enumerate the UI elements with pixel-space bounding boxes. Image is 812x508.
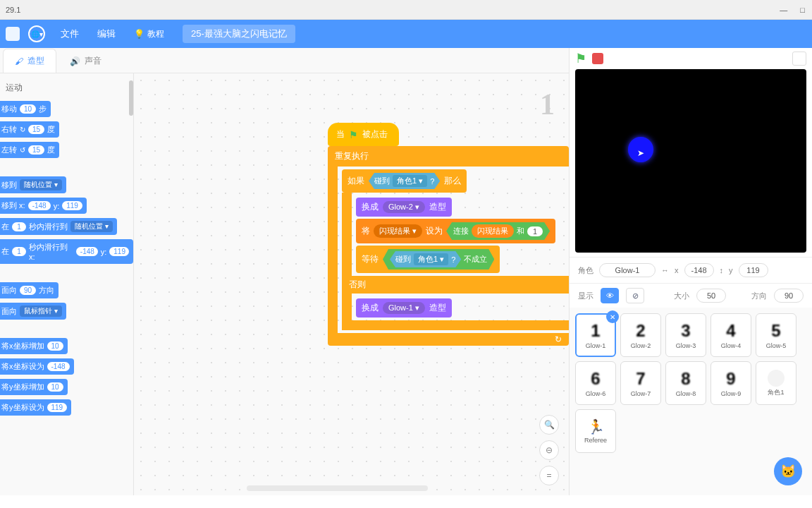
sprite-name-label: 角色	[578, 265, 593, 276]
if-end	[342, 320, 569, 330]
block-point-dir[interactable]: 面向90方向	[0, 282, 59, 298]
loop-arrow-icon: ↻	[555, 334, 562, 344]
add-sprite-button[interactable]: 🐱	[774, 457, 802, 485]
block-wait-until[interactable]: 等待 碰到角色1 ▾?不成立	[356, 246, 500, 273]
sprite-info-panel: 角色 ↔ x ↕ y	[570, 257, 812, 284]
block-move[interactable]: 移动10步	[0, 101, 51, 117]
sprite-watermark: 1	[540, 87, 555, 121]
hat-when-flag[interactable]: 当⚑被点击	[328, 123, 399, 146]
sprite-thumb: 4	[726, 321, 735, 341]
sprite-card-Glow-5[interactable]: 5Glow-5	[756, 313, 796, 357]
block-if[interactable]: 如果 碰到角色1 ▾? 那么	[342, 169, 467, 193]
show-visible-button[interactable]: 👁	[601, 288, 619, 303]
sprite-thumb: 8	[681, 369, 690, 389]
sprite-card-Glow-6[interactable]: 6Glow-6	[575, 361, 616, 405]
block-switch-costume-1[interactable]: 换成Glow-2 ▾造型	[356, 198, 452, 217]
block-set-y[interactable]: 将y坐标设为119	[0, 399, 71, 416]
block-point-towards[interactable]: 面向鼠标指针 ▾	[0, 303, 66, 320]
menu-tutorial[interactable]: 💡教程	[127, 28, 171, 40]
block-change-x[interactable]: 将x坐标增加10	[0, 338, 68, 354]
sprite-card-label: Glow-9	[721, 390, 742, 397]
stage-preview[interactable]: ➤	[575, 69, 806, 253]
block-glide-xy[interactable]: 在1秒内滑行到 x:-148y:119	[0, 239, 133, 264]
zoom-reset-button[interactable]: =	[539, 466, 559, 485]
show-hidden-button[interactable]: ⊘	[626, 288, 644, 303]
code-script[interactable]: 当⚑被点击 重复执行 如果 碰到角色1 ▾? 那么 换成Glow-2 ▾造型 将…	[328, 123, 569, 346]
menu-edit[interactable]: 编辑	[90, 28, 123, 40]
sprite-card-Glow-7[interactable]: 7Glow-7	[620, 361, 661, 405]
block-change-y[interactable]: 将y坐标增加10	[0, 379, 68, 395]
sprite-card-Glow-8[interactable]: 8Glow-8	[665, 361, 706, 405]
sprite-card-Glow-4[interactable]: 4Glow-4	[710, 313, 751, 357]
block-turn-right[interactable]: 右转↻15度	[0, 121, 59, 138]
stage-layout-button[interactable]	[792, 52, 806, 66]
zoom-out-button[interactable]: ⊖	[539, 440, 559, 460]
sound-icon: 🔊	[70, 56, 80, 66]
sprite-card-label: Referee	[584, 437, 607, 444]
menu-file[interactable]: 文件	[54, 28, 86, 40]
sprite-card-Glow-3[interactable]: 3Glow-3	[665, 313, 706, 357]
project-title[interactable]: 25-最强大脑之闪电记忆	[183, 25, 295, 43]
delete-sprite-icon[interactable]: ✕	[606, 310, 619, 323]
block-set-x[interactable]: 将x坐标设为-148	[0, 358, 74, 375]
stop-button[interactable]	[592, 53, 603, 64]
sprite-card-label: Glow-5	[766, 342, 787, 349]
op-not[interactable]: 碰到角色1 ▾?不成立	[383, 249, 494, 270]
script-canvas[interactable]: 1 当⚑被点击 重复执行 如果 碰到角色1 ▾? 那么 换成Glow-2 ▾造型	[134, 73, 569, 495]
sprite-y-input[interactable]	[739, 263, 768, 277]
minimize-button[interactable]: —	[780, 6, 787, 14]
sprite-x-input[interactable]	[684, 263, 714, 277]
app-logo	[6, 27, 20, 41]
op-join[interactable]: 连接闪现结果和1	[446, 222, 550, 240]
block-goto-xy[interactable]: 移到 x:-148y:119	[0, 198, 87, 214]
sprite-thumb: 1	[591, 321, 600, 341]
sprite-card-label: Glow-4	[721, 342, 742, 349]
y-icon: ↕	[720, 266, 724, 274]
stage-header: ⚑	[570, 48, 812, 69]
sprite-card-Glow-2[interactable]: 2Glow-2	[620, 313, 661, 357]
sprite-card-label: Glow-6	[586, 390, 606, 397]
sprite-card-label: Glow-7	[631, 390, 651, 397]
block-goto-random[interactable]: 移到随机位置 ▾	[0, 176, 66, 193]
block-forever[interactable]: 重复执行	[328, 146, 569, 167]
sprite-props-row: 显示 👁 ⊘ 大小 方向	[570, 284, 812, 308]
maximize-button[interactable]: □	[800, 6, 805, 14]
block-set-variable[interactable]: 将闪现结果 ▾设为 连接闪现结果和1	[356, 219, 555, 243]
forever-end: ↻	[328, 333, 569, 346]
sprite-card-label: 角色1	[768, 388, 784, 397]
horizontal-scrollbar[interactable]	[247, 485, 428, 491]
title-bar: 29.1 — □	[0, 0, 812, 20]
sprite-card-label: Glow-8	[676, 390, 696, 397]
sprite-list: ✕1Glow-12Glow-23Glow-34Glow-45Glow-56Glo…	[570, 308, 812, 495]
sprite-dir-input[interactable]	[774, 289, 804, 303]
sprite-card-Glow-9[interactable]: 9Glow-9	[710, 361, 751, 405]
tab-costume[interactable]: 🖌造型	[3, 49, 56, 73]
tab-sound[interactable]: 🔊声音	[58, 49, 113, 73]
sprite-card-Referee[interactable]: 🏃Referee	[575, 409, 616, 453]
green-flag-button[interactable]: ⚑	[575, 51, 586, 66]
sprite-thumb: 🏃	[587, 418, 605, 435]
block-glide-random[interactable]: 在1秒内滑行到随机位置 ▾	[0, 218, 117, 235]
sprite-card-角色1[interactable]: 角色1	[756, 361, 796, 405]
stage-cursor-icon: ➤	[637, 148, 644, 158]
sprite-thumb: 2	[636, 321, 645, 341]
sprite-thumb	[768, 370, 785, 387]
sprite-size-input[interactable]	[696, 289, 726, 303]
block-palette[interactable]: 运动 移动10步 右转↻15度 左转↺15度 移到随机位置 ▾ 移到 x:-14…	[0, 73, 134, 495]
cond-touching[interactable]: 碰到角色1 ▾?	[369, 173, 440, 189]
sprite-card-label: Glow-1	[586, 342, 606, 349]
category-motion: 运动	[0, 79, 133, 97]
sprite-thumb: 7	[636, 369, 645, 389]
sprite-thumb: 6	[591, 369, 600, 389]
sprite-name-input[interactable]	[599, 263, 656, 277]
block-turn-left[interactable]: 左转↺15度	[0, 142, 59, 158]
sprite-thumb: 5	[771, 321, 780, 341]
block-else[interactable]: 否则	[342, 276, 569, 294]
sprite-card-label: Glow-2	[631, 342, 651, 349]
zoom-in-button[interactable]: 🔍	[539, 415, 559, 435]
sprite-card-Glow-1[interactable]: ✕1Glow-1	[575, 313, 616, 357]
block-switch-costume-2[interactable]: 换成Glow-1 ▾造型	[356, 298, 452, 318]
x-icon: ↔	[661, 266, 669, 274]
editor-tabs: 🖌造型 🔊声音	[0, 48, 569, 73]
language-globe-icon[interactable]: 🌐▾	[28, 25, 45, 42]
